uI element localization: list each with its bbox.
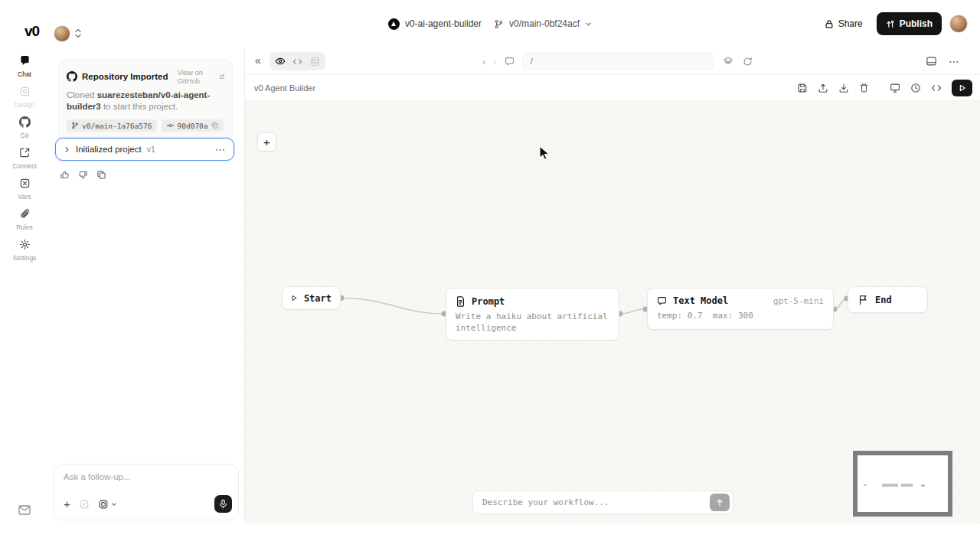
nav-back-button[interactable]: ‹ (482, 56, 485, 67)
view-on-github-link[interactable]: View on GitHub (177, 68, 224, 85)
message-feedback-row (60, 170, 106, 180)
save-icon[interactable] (797, 83, 808, 93)
voice-input-button[interactable] (214, 495, 232, 513)
design-mode-icon[interactable] (79, 499, 90, 510)
node-text-model[interactable]: Text Model gpt-5-mini temp: 0.7 max: 300 (647, 288, 834, 330)
chat-bubble-icon (657, 296, 667, 306)
document-icon (456, 296, 466, 307)
project-icon (388, 18, 400, 30)
collapse-panel-button[interactable]: « (255, 54, 261, 67)
feedback-mail-icon[interactable] (0, 505, 49, 515)
node-label: Text Model (673, 295, 728, 306)
view-on-github-label: View on GitHub (177, 68, 217, 85)
layers-icon[interactable] (723, 56, 733, 67)
nav-forward-button[interactable]: › (493, 56, 496, 67)
code-icon (292, 57, 302, 67)
model-name: gpt-5-mini (773, 296, 824, 306)
share-button[interactable]: Share (818, 14, 869, 34)
design-icon (0, 86, 49, 99)
thumbs-up-icon[interactable] (60, 170, 70, 180)
database-view-button[interactable] (307, 54, 323, 69)
repo-card-header: Repository Imported View on GitHub (59, 60, 232, 88)
trash-icon[interactable] (859, 83, 869, 93)
code-view-button[interactable] (289, 54, 305, 69)
copy-message-icon[interactable] (96, 170, 106, 180)
github-icon (0, 116, 49, 129)
sidebar-item-design[interactable]: Design (0, 86, 49, 109)
sidebar-item-settings[interactable]: Settings (0, 239, 49, 262)
commit-badge[interactable]: 90d070a (162, 119, 224, 132)
upload-icon[interactable] (818, 83, 828, 93)
workflow-canvas[interactable]: + Start Prompt Wr (245, 101, 980, 523)
play-icon (291, 293, 298, 303)
branch-selector[interactable]: v0/main-0bf24acf (494, 18, 592, 29)
preview-area: « ‹ › / (245, 47, 980, 523)
thumbs-down-icon[interactable] (78, 170, 88, 180)
node-prompt[interactable]: Prompt Write a haiku about artificial in… (446, 288, 619, 341)
eye-icon (275, 56, 286, 67)
node-start[interactable]: Start (282, 286, 341, 310)
github-icon (67, 71, 77, 82)
download-icon[interactable] (838, 83, 849, 93)
sidebar-item-git[interactable]: Git (0, 116, 49, 139)
node-label: End (875, 295, 892, 305)
preview-eye-button[interactable] (272, 54, 288, 69)
top-header: v0 v0-ai-agent-builder v0/main-0bf24acf (0, 0, 980, 47)
attach-plus-button[interactable]: + (64, 499, 70, 510)
sidebar-label: Chat (0, 70, 49, 78)
sidebar-item-chat[interactable]: Chat (0, 55, 49, 78)
chat-icon (0, 55, 49, 68)
play-icon (959, 84, 966, 92)
run-workflow-button[interactable] (952, 80, 972, 96)
sidebar-item-rules[interactable]: Rules (0, 208, 49, 231)
publish-button[interactable]: Publish (877, 12, 942, 35)
version-tag: v1 (147, 145, 155, 154)
more-options-button[interactable]: ⋯ (949, 55, 960, 67)
canvas-minimap[interactable] (853, 451, 952, 517)
publish-label: Publish (900, 18, 933, 29)
repository-imported-card: Repository Imported View on GitHub Clone… (58, 60, 233, 141)
sidebar-label: Vars (0, 193, 49, 201)
monitor-icon[interactable] (890, 83, 900, 93)
commit-badge-label: 90d070a (178, 122, 208, 130)
cloned-suffix: to start this project. (101, 102, 178, 111)
branch-badge[interactable]: v0/main-1a76a576 (67, 119, 157, 132)
cloned-prefix: Cloned (67, 90, 97, 99)
user-avatar[interactable] (949, 15, 968, 33)
view-mode-switcher (270, 52, 325, 70)
version-menu-button[interactable]: ⋯ (215, 144, 226, 155)
add-node-button[interactable]: + (257, 132, 276, 152)
agent-builder-header: v0 Agent Builder (245, 75, 980, 101)
workflow-submit-button[interactable] (710, 494, 730, 511)
repo-card-title: Repository Imported (82, 72, 168, 81)
sidebar-item-connect[interactable]: Connect (0, 147, 49, 170)
comment-icon[interactable] (505, 57, 514, 67)
panel-controls: ⋯ (926, 47, 960, 75)
layout-panel-icon[interactable] (926, 56, 937, 67)
project-name-group[interactable]: v0-ai-agent-builder (388, 18, 482, 30)
preview-url-bar[interactable]: / (522, 53, 714, 70)
code-icon[interactable] (931, 83, 942, 93)
model-selector[interactable] (98, 499, 117, 510)
v0-app-window: v0 v0-ai-agent-builder v0/main-0bf24acf (0, 0, 980, 551)
sidebar-item-vars[interactable]: Vars (0, 178, 49, 201)
repo-card-description: Cloned suarezesteban/v0-ai-agent-builder… (59, 88, 232, 112)
refresh-icon[interactable] (743, 57, 753, 67)
preview-tools (723, 47, 753, 75)
chevron-down-icon (585, 21, 592, 28)
history-clock-icon[interactable] (910, 83, 921, 93)
chat-input[interactable] (64, 472, 228, 481)
composer-toolbar: + (64, 495, 232, 513)
sidebar-label: Connect (0, 162, 49, 170)
external-link-icon (219, 73, 224, 80)
version-row-initialized-project[interactable]: Initialized project v1 ⋯ (55, 138, 234, 161)
share-label: Share (838, 18, 863, 29)
node-end[interactable]: End (848, 286, 928, 313)
workflow-prompt-bar (472, 491, 733, 514)
node-label: Prompt (472, 296, 505, 307)
sidebar-label: Git (0, 132, 49, 139)
workflow-prompt-input[interactable] (482, 497, 710, 507)
git-branch-icon (71, 122, 79, 129)
chevron-down-icon (111, 501, 117, 507)
agent-builder-actions (797, 75, 972, 101)
